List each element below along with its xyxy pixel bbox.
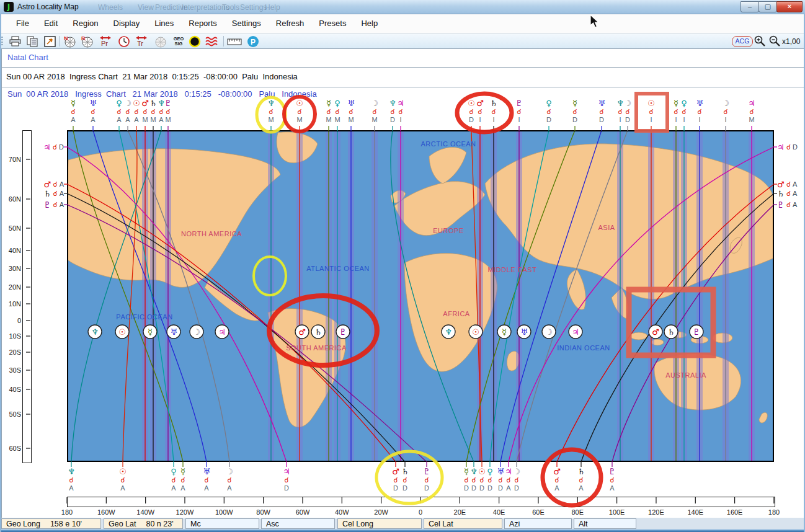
ruler-button[interactable]: [227, 35, 242, 48]
line-stack-mars-I: ♂☌I: [475, 99, 485, 124]
zoom-out-button[interactable]: [767, 35, 782, 48]
moon-glyph: ☽: [721, 99, 731, 109]
status-field-geo-lat[interactable]: Geo Lat80 n 23': [104, 518, 183, 529]
copy-button[interactable]: [25, 35, 40, 48]
lat-label-10N: 10N: [2, 300, 21, 308]
edge-stack-pluto-A: ♇☌A: [35, 200, 64, 210]
uranus-glyph: ♅: [202, 468, 211, 477]
uranus-glyph: ♅: [597, 99, 607, 109]
status-field-cel-lat[interactable]: Cel Lat: [424, 518, 502, 529]
angle-letter: D: [59, 144, 64, 151]
conjunction-glyph: ☌: [53, 190, 57, 197]
line-stack-moon-A: ☽☌A: [225, 468, 234, 492]
mars-glyph: ♂: [391, 468, 401, 477]
line-stack-moon-D: ☽☌D: [512, 468, 522, 492]
zoom-out-icon: [768, 35, 781, 47]
line-stack-venus-A: ♀☌A: [169, 468, 179, 492]
angle-letter: M: [266, 117, 276, 124]
mars-glyph: ♂: [552, 468, 562, 477]
menu-region[interactable]: Region: [65, 14, 105, 32]
map-label-south-america: SOUTH AMERICA: [286, 344, 347, 352]
edge-stack-mars-A: ♂☌A: [35, 179, 64, 189]
moon-glyph: ☽: [623, 99, 633, 109]
angle-letter: I: [396, 117, 406, 124]
line-stack-uranus-A: ♅☌A: [202, 468, 211, 492]
angle-letter: A: [88, 117, 98, 124]
lon-label-100E-14: 100E: [609, 508, 625, 516]
clock-button[interactable]: [117, 35, 131, 48]
chart-list-item-natal-chart[interactable]: Natal Chart: [7, 53, 48, 62]
status-field-label: Geo Lat: [109, 520, 136, 528]
clock-icon: [118, 35, 130, 48]
zoom-in-button[interactable]: [752, 35, 767, 48]
world-map[interactable]: ARCTIC OCEANNORTH AMERICAATLANTIC OCEANE…: [67, 130, 774, 462]
menu-presets[interactable]: Presets: [311, 14, 354, 32]
line-stack-venus-M: ♀☌M: [332, 99, 342, 124]
angle-letter: A: [178, 485, 188, 492]
progressions-button[interactable]: Pr: [98, 35, 113, 48]
pluto-glyph: ♇: [339, 327, 347, 337]
angle-letter: A: [60, 202, 64, 208]
acg-toggle-button[interactable]: ACG: [732, 36, 753, 47]
lon-label-100W-4: 100W: [215, 508, 233, 516]
status-field-alt[interactable]: Alt: [574, 518, 636, 529]
map-label-africa: AFRICA: [443, 310, 470, 317]
angle-letter: D: [793, 144, 798, 151]
neptune-glyph: ♆: [66, 468, 76, 477]
eclipse-button[interactable]: [187, 35, 202, 48]
line-stack-uranus-M: ♅☌M: [346, 99, 356, 124]
print-button[interactable]: [7, 35, 22, 48]
status-field-geo-long[interactable]: Geo Long158 e 10': [1, 518, 101, 529]
maximize-button[interactable]: ▢: [758, 1, 777, 12]
menu-settings[interactable]: Settings: [225, 14, 269, 32]
mercury-glyph: ☿: [502, 327, 507, 337]
lat-label-50S: 50S: [2, 410, 21, 418]
svg-text:R: R: [81, 35, 86, 42]
angle-letter: A: [225, 485, 234, 492]
menu-edit[interactable]: Edit: [37, 14, 65, 32]
export-image-button[interactable]: [42, 35, 57, 48]
line-stack-moon-I: ☽☌I: [721, 99, 731, 124]
menu-file[interactable]: File: [9, 14, 37, 32]
lat-label-50N: 50N: [2, 224, 21, 232]
menu-help[interactable]: Help: [354, 14, 385, 32]
transits-icon: Tr: [135, 35, 148, 48]
close-button[interactable]: ×: [776, 1, 803, 12]
mercury-glyph: ☿: [68, 99, 78, 109]
uranus-glyph: ♅: [88, 99, 98, 109]
status-field-mc[interactable]: Mc: [185, 518, 259, 529]
menu-reports[interactable]: Reports: [181, 14, 225, 32]
map-label-arctic-ocean: ARCTIC OCEAN: [420, 140, 476, 148]
minimize-button[interactable]: –: [741, 1, 759, 12]
geo-sig-button[interactable]: GEO SIG: [171, 35, 186, 48]
status-field-azi[interactable]: Azi: [504, 518, 572, 529]
chart-list-panel: [1, 48, 805, 68]
status-field-cel-long[interactable]: Cel Long: [337, 518, 422, 529]
app-icon: J: [4, 2, 14, 12]
map-label-atlantic-ocean: ATLANTIC OCEAN: [306, 265, 370, 272]
eclipse-icon: [189, 35, 201, 48]
radix-wheel-button[interactable]: R: [79, 35, 94, 48]
transits-button[interactable]: Tr: [134, 35, 149, 48]
angle-letter: M: [295, 117, 305, 124]
line-stack-pluto-D: ♇☌D: [422, 468, 432, 492]
menu-refresh[interactable]: Refresh: [269, 14, 312, 32]
menu-lines[interactable]: Lines: [147, 14, 181, 32]
title-bar[interactable]: J Astro Locality Map WheelsViewPredictiv…: [0, 0, 805, 14]
jupiter-glyph: ♃: [218, 327, 226, 337]
parallels-button[interactable]: P: [246, 35, 260, 48]
zoom-level-label: x1,00: [782, 37, 800, 46]
status-field-asc[interactable]: Asc: [261, 518, 335, 529]
toolbar-separator: [59, 36, 60, 47]
edge-stack-jupiter-D: ♃☌D: [777, 142, 805, 152]
waves-button[interactable]: [205, 35, 220, 48]
conjunction-glyph: ☌: [786, 181, 791, 188]
menu-display[interactable]: Display: [106, 14, 148, 32]
sig-label: SIG: [175, 42, 183, 47]
natal-wheel-button[interactable]: N: [62, 35, 77, 48]
uranus-glyph: ♅: [170, 327, 177, 337]
natal-wheel-icon: N: [63, 35, 76, 48]
venus-glyph: ♀: [544, 99, 554, 109]
map-label-indian-ocean: INDIAN OCEAN: [557, 344, 610, 352]
line-stack-saturn-A: ♄☌A: [576, 468, 586, 492]
